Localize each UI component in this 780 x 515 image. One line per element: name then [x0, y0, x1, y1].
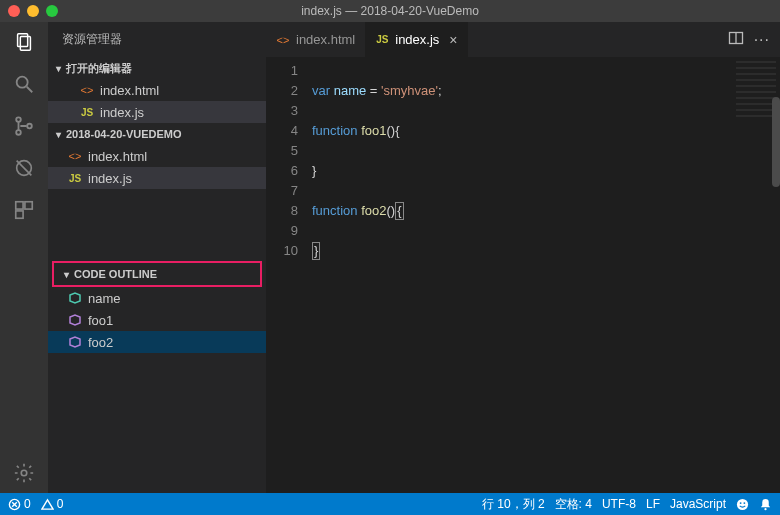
code-outline-header[interactable]: ▾ CODE OUTLINE: [54, 263, 260, 285]
editor-area: <> index.html JS index.js × ··· 12345678…: [266, 22, 780, 493]
status-warnings[interactable]: 0: [41, 497, 64, 511]
file-name: index.js: [88, 171, 132, 186]
file-tree-item[interactable]: JS index.js: [48, 167, 266, 189]
source-control-icon[interactable]: [12, 114, 36, 138]
svg-rect-9: [16, 202, 23, 209]
file-tree-item[interactable]: <> index.html: [48, 145, 266, 167]
minimize-window-icon[interactable]: [27, 5, 39, 17]
close-window-icon[interactable]: [8, 5, 20, 17]
status-indentation[interactable]: 空格: 4: [555, 496, 592, 513]
sidebar: 资源管理器 ▾ 打开的编辑器 <> index.html JS index.js…: [48, 22, 266, 493]
svg-point-12: [21, 470, 27, 476]
outline-symbol[interactable]: foo2: [48, 331, 266, 353]
more-actions-icon[interactable]: ···: [754, 31, 770, 49]
variable-icon: [68, 291, 82, 305]
line-gutter: 12345678910: [266, 57, 312, 493]
svg-point-20: [743, 502, 745, 504]
status-cursor-position[interactable]: 行 10，列 2: [482, 496, 545, 513]
status-bar: 0 0 行 10，列 2 空格: 4 UTF-8 LF JavaScript: [0, 493, 780, 515]
code-outline-label: CODE OUTLINE: [74, 268, 157, 280]
symbol-name: foo1: [88, 313, 113, 328]
split-editor-icon[interactable]: [728, 30, 744, 49]
svg-rect-11: [16, 211, 23, 218]
titlebar: index.js — 2018-04-20-VueDemo: [0, 0, 780, 22]
html-file-icon: <>: [276, 34, 290, 46]
symbol-name: name: [88, 291, 121, 306]
svg-point-21: [764, 508, 766, 510]
js-file-icon: JS: [80, 107, 94, 118]
svg-rect-0: [18, 34, 28, 47]
editor-scrollbar[interactable]: [770, 57, 780, 493]
js-file-icon: JS: [68, 173, 82, 184]
js-file-icon: JS: [375, 34, 389, 45]
svg-point-2: [17, 77, 28, 88]
file-name: index.html: [88, 149, 147, 164]
folder-header[interactable]: ▾ 2018-04-20-VUEDEMO: [48, 123, 266, 145]
folder-label: 2018-04-20-VUEDEMO: [66, 128, 182, 140]
tab-index-html[interactable]: <> index.html: [266, 22, 365, 57]
activity-bar: [0, 22, 48, 493]
sidebar-title: 资源管理器: [48, 22, 266, 57]
svg-point-19: [740, 502, 742, 504]
code-outline-highlight: ▾ CODE OUTLINE: [52, 261, 262, 287]
chevron-down-icon: ▾: [52, 63, 64, 74]
feedback-icon[interactable]: [736, 498, 749, 511]
svg-point-5: [16, 130, 21, 135]
html-file-icon: <>: [68, 150, 82, 162]
window-controls: [8, 5, 58, 17]
tab-bar: <> index.html JS index.js × ···: [266, 22, 780, 57]
status-language[interactable]: JavaScript: [670, 497, 726, 511]
notifications-bell-icon[interactable]: [759, 498, 772, 511]
close-tab-icon[interactable]: ×: [449, 32, 457, 48]
svg-point-18: [737, 498, 748, 509]
status-encoding[interactable]: UTF-8: [602, 497, 636, 511]
outline-symbol[interactable]: foo1: [48, 309, 266, 331]
open-editor-item[interactable]: <> index.html: [48, 79, 266, 101]
maximize-window-icon[interactable]: [46, 5, 58, 17]
function-icon: [68, 313, 82, 327]
file-name: index.js: [100, 105, 144, 120]
debug-icon[interactable]: [12, 156, 36, 180]
symbol-name: foo2: [88, 335, 113, 350]
chevron-down-icon: ▾: [52, 129, 64, 140]
function-icon: [68, 335, 82, 349]
svg-rect-1: [20, 37, 30, 51]
outline-symbol[interactable]: name: [48, 287, 266, 309]
tab-label: index.js: [395, 32, 439, 47]
search-icon[interactable]: [12, 72, 36, 96]
svg-line-3: [27, 87, 33, 93]
open-editors-header[interactable]: ▾ 打开的编辑器: [48, 57, 266, 79]
open-editor-item[interactable]: JS index.js: [48, 101, 266, 123]
file-name: index.html: [100, 83, 159, 98]
tab-label: index.html: [296, 32, 355, 47]
svg-rect-10: [25, 202, 32, 209]
chevron-down-icon: ▾: [60, 269, 72, 280]
html-file-icon: <>: [80, 84, 94, 96]
status-eol[interactable]: LF: [646, 497, 660, 511]
settings-gear-icon[interactable]: [12, 461, 36, 485]
extensions-icon[interactable]: [12, 198, 36, 222]
svg-point-4: [16, 117, 21, 122]
explorer-icon[interactable]: [12, 30, 36, 54]
tab-index-js[interactable]: JS index.js ×: [365, 22, 467, 57]
open-editors-label: 打开的编辑器: [66, 61, 132, 76]
code-content: var name = 'smyhvae'; function foo1(){ }…: [312, 57, 442, 493]
status-errors[interactable]: 0: [8, 497, 31, 511]
svg-point-6: [27, 124, 32, 129]
code-editor[interactable]: 12345678910 var name = 'smyhvae'; functi…: [266, 57, 780, 493]
window-title: index.js — 2018-04-20-VueDemo: [301, 4, 479, 18]
